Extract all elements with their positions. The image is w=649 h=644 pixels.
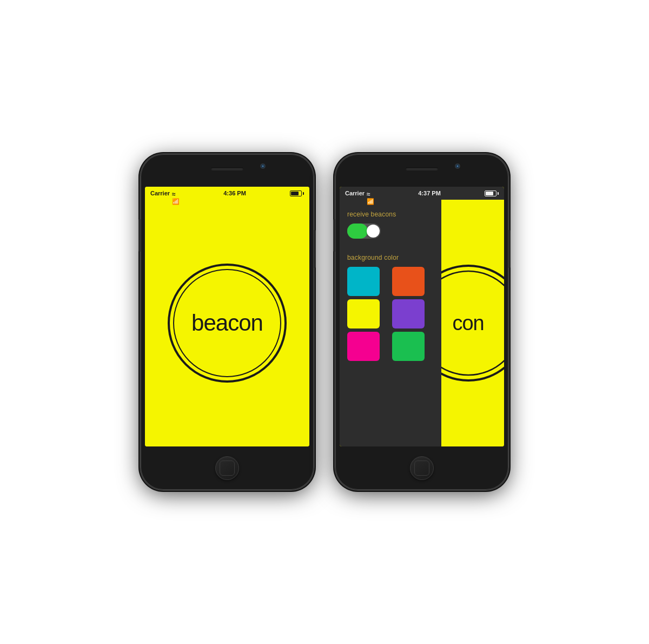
phone-bottom-1 (141, 446, 314, 490)
screen-2: Carrier 📶 4:37 PM (340, 187, 504, 446)
speaker-1 (211, 167, 243, 170)
speaker-2 (406, 167, 438, 170)
time-2: 4:37 PM (418, 190, 441, 196)
phone-1: Carrier 📶 4:36 PM (141, 154, 314, 490)
status-bar-2: Carrier 📶 4:37 PM (340, 187, 504, 200)
battery-1 (290, 190, 304, 196)
background-color-label: background color (347, 254, 434, 261)
receive-beacons-label: receive beacons (347, 211, 434, 218)
home-button-inner-2 (414, 461, 429, 476)
settings-body: receive beacons background color (340, 200, 504, 446)
beacon-content-1: beacon (145, 200, 309, 446)
carrier-1: Carrier 📶 (150, 190, 180, 196)
home-button-inner-1 (220, 461, 235, 476)
partial-beacon-text: con (452, 312, 484, 335)
beacon-inner-circle: beacon (173, 269, 281, 377)
color-swatch-cyan[interactable] (347, 267, 380, 296)
status-bar-1: Carrier 📶 4:36 PM (145, 187, 309, 200)
toggle-knob (367, 225, 380, 238)
toggle-active (347, 224, 368, 239)
screen-1: Carrier 📶 4:36 PM (145, 187, 309, 446)
receive-beacons-toggle[interactable] (347, 224, 381, 239)
carrier-text-2: Carrier (345, 190, 365, 196)
phone-2: Carrier 📶 4:37 PM (335, 154, 508, 490)
background-color-section: background color (347, 254, 434, 361)
phone-bottom-2 (335, 446, 508, 490)
color-swatch-orange[interactable] (392, 267, 425, 296)
wifi-icon-1: 📶 (172, 190, 180, 196)
color-swatch-pink[interactable] (347, 332, 380, 361)
color-swatch-green[interactable] (392, 332, 425, 361)
color-swatch-yellow[interactable] (347, 299, 380, 328)
camera-icon-2 (455, 164, 460, 168)
carrier-text-1: Carrier (150, 190, 170, 196)
scene: Carrier 📶 4:36 PM (0, 0, 649, 644)
wifi-icon-2: 📶 (367, 190, 374, 196)
home-button-2[interactable] (410, 456, 434, 480)
toggle-row: receive beacons (347, 211, 434, 239)
phone-top-1 (141, 154, 314, 187)
phone-top-2 (335, 154, 508, 187)
battery-2 (485, 190, 499, 196)
screen-wrapper-1: Carrier 📶 4:36 PM (145, 187, 309, 446)
time-1: 4:36 PM (223, 190, 246, 196)
beacon-circle-container: beacon (168, 264, 287, 383)
color-grid (347, 267, 434, 361)
screen-wrapper-2: Carrier 📶 4:37 PM (340, 187, 504, 446)
camera-icon-1 (261, 164, 265, 168)
beacon-outer-circle: beacon (168, 264, 287, 383)
settings-panel: receive beacons background color (340, 200, 441, 446)
beacon-text: beacon (191, 310, 263, 336)
home-button-1[interactable] (215, 456, 239, 480)
settings-right-panel: con (441, 200, 504, 446)
color-swatch-purple[interactable] (392, 299, 425, 328)
carrier-2: Carrier 📶 (345, 190, 374, 196)
